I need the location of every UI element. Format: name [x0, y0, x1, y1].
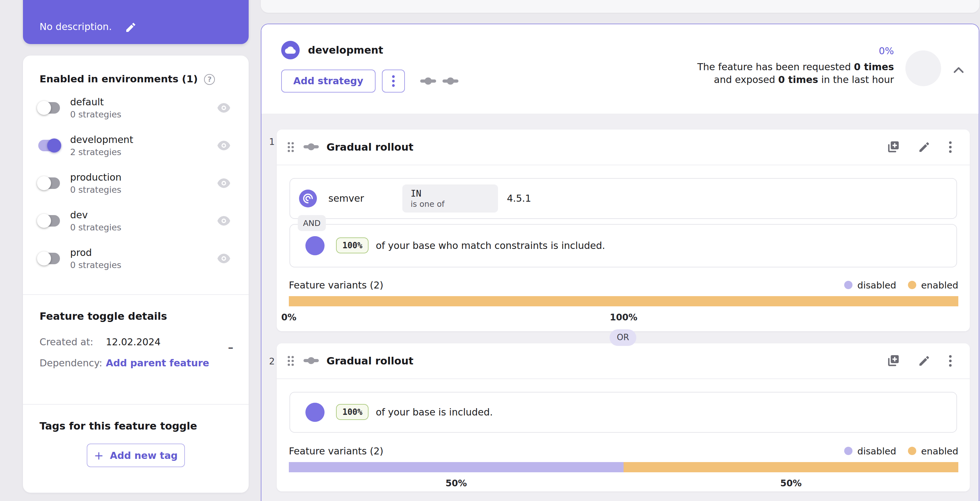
edit-strategy-icon[interactable] [918, 354, 930, 367]
environment-strategy-count: 0 strategies [70, 184, 217, 194]
eye-icon[interactable] [217, 253, 231, 263]
rollout-percentage-chip: 100% [336, 238, 369, 254]
rollout-circle [305, 236, 325, 255]
strategy-title: Gradual rollout [326, 141, 414, 153]
environment-row-prod: prod 0 strategies [37, 243, 233, 273]
environment-strategy-count: 0 strategies [70, 222, 217, 232]
eye-icon[interactable] [217, 215, 231, 226]
strategy-header: Gradual rollout [277, 343, 970, 379]
enabled-legend-label: enabled [921, 446, 958, 456]
rollout-slider-icon [420, 75, 436, 88]
drag-handle-icon[interactable] [287, 354, 294, 367]
disabled-legend-dot [844, 447, 852, 455]
drag-handle-icon[interactable] [287, 141, 294, 153]
help-icon[interactable]: ? [204, 74, 215, 85]
created-at-value: 12.02.2024 [106, 336, 161, 348]
copy-strategy-icon[interactable] [886, 354, 900, 367]
environments-section: Enabled in environments (1) ? default 0 … [23, 56, 249, 295]
environments-title: Enabled in environments (1) [40, 73, 198, 85]
description-card: No description. [23, 0, 249, 44]
feature-toggle-page: No description. Enabled in environments … [0, 0, 980, 501]
environment-strategy-count: 0 strategies [70, 259, 217, 270]
strategy-menu-icon[interactable] [949, 141, 952, 153]
variants-bar [289, 462, 958, 472]
strategy-card-gradual-rollout-2: Gradual rollout [277, 343, 970, 491]
rollout-slider-icon [304, 354, 319, 367]
eye-icon[interactable] [217, 140, 231, 150]
metrics-line-2: and exposed 0 times in the last hour [697, 74, 894, 86]
environment-row-default: default 0 strategies [37, 93, 233, 123]
chevron-up-icon [953, 66, 964, 73]
strategy-number: 1 [269, 136, 275, 147]
strategy-card-gradual-rollout-1: Gradual rollout [277, 129, 970, 331]
environment-row-production: production 0 strategies [37, 168, 233, 198]
add-strategy-button[interactable]: Add strategy [281, 70, 375, 93]
created-at-label: Created at: [40, 336, 106, 348]
environment-name: development [70, 134, 217, 145]
environment-header: development Add strategy [261, 24, 979, 113]
created-at-row: Created at: 12.02.2024 [40, 336, 233, 348]
rollout-circle [305, 402, 325, 421]
feature-details-title: Feature toggle details [40, 310, 233, 322]
variants-bar-labels: 0%100% [289, 312, 958, 322]
eye-icon[interactable] [217, 178, 231, 188]
variants-bar [289, 296, 958, 306]
enabled-legend-dot [908, 281, 916, 289]
add-new-tag-button[interactable]: + Add new tag [87, 444, 185, 467]
development-environment-card: development Add strategy [261, 24, 979, 501]
cloud-icon [285, 45, 296, 56]
copy-strategy-icon[interactable] [886, 140, 900, 153]
add-parent-feature-link[interactable]: Add parent feature [106, 357, 209, 369]
environment-cloud-badge [281, 41, 300, 59]
kebab-icon [391, 75, 395, 88]
constraint-operator-chip: IN is one of [402, 184, 498, 212]
metrics-circle [905, 50, 941, 86]
feature-variants-label: Feature variants (2) [289, 445, 383, 456]
variants-legend: disabled enabled [844, 446, 958, 456]
disabled-legend-label: disabled [857, 446, 896, 456]
constraint-context-name: semver [328, 192, 364, 204]
environment-row-dev: dev 0 strategies [37, 206, 233, 236]
collapse-details-icon[interactable]: – [228, 342, 233, 353]
rollout-slider-icon [304, 140, 319, 153]
edit-description-icon[interactable] [126, 22, 137, 32]
environment-toggle-development[interactable] [38, 139, 60, 151]
edit-strategy-icon[interactable] [918, 141, 930, 153]
strategy-header: Gradual rollout [277, 129, 970, 165]
environment-name: prod [70, 247, 217, 258]
applied-strategy-icons [420, 75, 458, 88]
environment-menu-button[interactable] [382, 70, 405, 93]
feature-details-section: Feature toggle details – Created at: 12.… [23, 295, 249, 405]
constraint-badge [299, 189, 317, 207]
environment-toggle-default[interactable] [38, 102, 60, 113]
or-chip: OR [609, 329, 636, 346]
previous-card-edge [261, 0, 979, 13]
rollout-slider-icon [442, 75, 458, 88]
dependency-label: Dependency: [40, 357, 106, 369]
sidebar-card: Enabled in environments (1) ? default 0 … [23, 56, 249, 493]
strategy-menu-icon[interactable] [949, 354, 952, 367]
constraint-operator: IN [410, 188, 490, 198]
environment-toggle-production[interactable] [38, 177, 60, 188]
tags-title: Tags for this feature toggle [40, 420, 232, 432]
rollout-description: of your base who match constraints is in… [376, 240, 605, 251]
environment-name: dev [70, 209, 217, 220]
environment-toggle-dev[interactable] [38, 215, 60, 226]
constraint-row: semver IN is one of 4.5.1 [290, 178, 957, 219]
strategy-number: 2 [269, 356, 275, 366]
environment-metrics: 0% The feature has been requested 0 time… [697, 45, 894, 86]
environment-title: development [308, 44, 383, 56]
eye-icon[interactable] [217, 102, 231, 113]
dependency-row: Dependency: Add parent feature [40, 357, 233, 369]
rollout-row: 100% of your base who match constraints … [290, 224, 957, 267]
metrics-percent: 0% [697, 45, 894, 57]
plus-icon: + [94, 449, 103, 462]
tags-section: Tags for this feature toggle + Add new t… [23, 405, 249, 493]
environment-toggle-prod[interactable] [38, 252, 60, 264]
environment-strategy-count: 2 strategies [70, 147, 217, 157]
and-chip: AND [298, 215, 326, 231]
constraint-operator-description: is one of [410, 199, 490, 208]
variants-bar-labels: 50%50% [289, 478, 958, 488]
feature-variants-row: Feature variants (2) disabled enabled [289, 445, 958, 456]
collapse-environment-button[interactable] [953, 64, 964, 76]
